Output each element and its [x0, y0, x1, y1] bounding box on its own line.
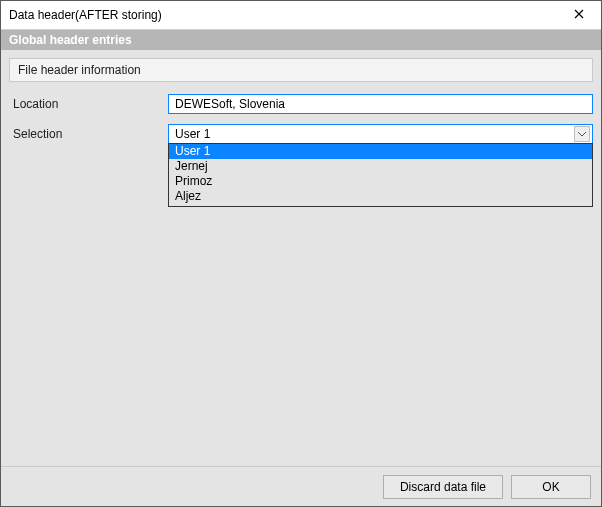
discard-button[interactable]: Discard data file [383, 475, 503, 499]
section-label: File header information [18, 63, 141, 77]
title-bar: Data header(AFTER storing) [1, 1, 601, 30]
selection-option[interactable]: Jernej [169, 159, 592, 174]
row-selection: Selection User 1 User 1JernejPrimozAljez [9, 124, 593, 144]
selection-option[interactable]: Primoz [169, 174, 592, 189]
dialog-window: Data header(AFTER storing) Global header… [0, 0, 602, 507]
selection-option[interactable]: User 1 [169, 144, 592, 159]
selection-display[interactable]: User 1 [168, 124, 593, 144]
selection-value: User 1 [175, 127, 210, 141]
selection-combobox[interactable]: User 1 User 1JernejPrimozAljez [168, 124, 593, 144]
close-icon [574, 8, 584, 22]
selection-dropdown-list: User 1JernejPrimozAljez [168, 143, 593, 207]
location-input[interactable] [168, 94, 593, 114]
ok-button[interactable]: OK [511, 475, 591, 499]
close-button[interactable] [557, 1, 601, 29]
selection-option[interactable]: Aljez [169, 189, 592, 204]
location-label: Location [9, 97, 168, 111]
chevron-down-icon [574, 126, 590, 142]
row-location: Location [9, 94, 593, 114]
global-header-bar: Global header entries [1, 30, 601, 50]
window-title: Data header(AFTER storing) [9, 8, 162, 22]
section-file-header: File header information [9, 58, 593, 82]
global-header-label: Global header entries [9, 33, 132, 47]
dialog-footer: Discard data file OK [1, 466, 601, 506]
selection-label: Selection [9, 124, 168, 141]
content-area: File header information Location Selecti… [1, 50, 601, 466]
